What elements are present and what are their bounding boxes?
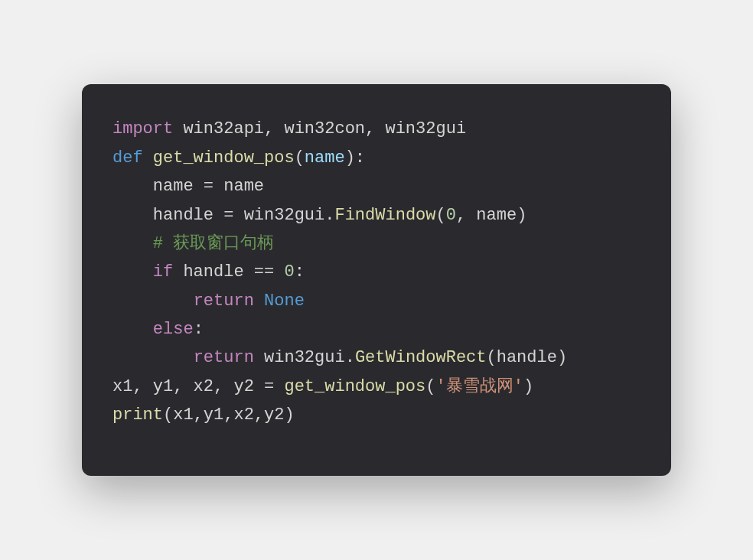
keyword-return: return (194, 291, 254, 311)
code-block: import win32api, win32con, win32gui def … (82, 84, 671, 475)
paren-open: ( (487, 348, 497, 367)
keyword-else: else (153, 320, 194, 339)
param-name: name (305, 148, 345, 168)
space (143, 148, 153, 168)
call-getwindowpos: get_window_pos (284, 377, 425, 396)
variable-handle: handle (183, 262, 243, 282)
variable-handle: handle (153, 206, 214, 225)
literal-zero: 0 (284, 262, 294, 282)
call-getwindowrect: GetWindowRect (355, 348, 487, 367)
keyword-import: import (112, 119, 173, 138)
module-ref: win32gui. (244, 206, 335, 225)
paren-close: ) (284, 405, 294, 425)
paren-open: ( (163, 405, 173, 425)
tuple-assign: x1, y1, x2, y2 = (112, 377, 284, 396)
paren-close: ) (557, 348, 567, 367)
paren-close: ) (523, 377, 533, 396)
colon: : (194, 320, 204, 339)
indent (112, 291, 194, 311)
literal-none: None (264, 291, 305, 311)
arg-name: name (476, 206, 517, 225)
keyword-def: def (112, 148, 143, 168)
keyword-if: if (153, 262, 173, 282)
module-list: win32api, win32con, win32gui (173, 119, 466, 138)
code-content: import win32api, win32con, win32gui def … (112, 115, 641, 429)
equals: = (214, 206, 244, 225)
arg-handle: handle (497, 348, 557, 367)
indent (112, 234, 153, 253)
print-args: x1,y1,x2,y2 (173, 405, 284, 425)
call-findwindow: FindWindow (334, 206, 435, 225)
comma: , (456, 206, 476, 225)
comment: # 获取窗口句柄 (153, 234, 274, 253)
space (254, 348, 264, 367)
indent (112, 177, 153, 196)
paren-open: ( (295, 148, 305, 168)
space (173, 262, 183, 282)
space (254, 291, 264, 311)
paren-close: ) (517, 206, 526, 225)
equals: = (194, 177, 224, 196)
indent (112, 320, 153, 339)
variable-rhs: name (223, 177, 264, 196)
function-name: get_window_pos (153, 148, 295, 168)
paren-close-colon: ): (345, 148, 365, 168)
paren-open: ( (436, 206, 446, 225)
indent (112, 206, 153, 225)
call-print: print (112, 405, 163, 425)
variable-lhs: name (153, 177, 194, 196)
colon: : (295, 262, 305, 282)
indent (112, 262, 153, 282)
keyword-return: return (194, 348, 254, 367)
paren-open: ( (425, 377, 435, 396)
operator-eq: == (244, 262, 285, 282)
string-literal: '暴雪战网' (435, 377, 523, 396)
indent (112, 348, 194, 367)
literal-zero: 0 (446, 206, 456, 225)
module-ref: win32gui. (264, 348, 355, 367)
